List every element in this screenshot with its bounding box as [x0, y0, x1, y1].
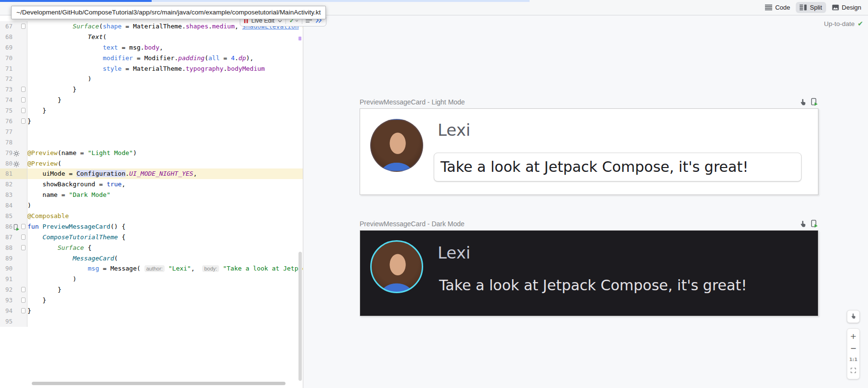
code-line[interactable]: 88 Surface { — [0, 243, 303, 253]
code-lines-icon — [765, 4, 772, 11]
line-number: 73 — [0, 84, 13, 95]
code-line[interactable]: 90 msg = Message( author: "Lexi", body: … — [0, 263, 303, 274]
design-view-button[interactable]: Design — [828, 2, 865, 13]
zoom-out-button[interactable]: − — [847, 345, 859, 352]
message-bubble: Take a look at Jetpack Compose, it's gre… — [434, 153, 802, 181]
code-line[interactable]: 68 Text( — [0, 32, 303, 42]
code-line[interactable]: 93 } — [0, 295, 303, 306]
author-name: Lexi — [438, 120, 470, 140]
gutter: 80 — [0, 158, 27, 169]
code-text: } — [27, 105, 303, 116]
gutter: 72 — [0, 74, 27, 84]
gutter: 88 — [0, 243, 27, 253]
line-number: 69 — [0, 42, 13, 53]
gutter: 70 — [0, 53, 27, 64]
line-number: 87 — [0, 232, 13, 243]
run-preview-icon[interactable] — [810, 220, 818, 228]
code-line[interactable]: 79@Preview(name = "Light Mode") — [0, 148, 303, 158]
line-number: 75 — [0, 105, 13, 116]
split-icon — [800, 4, 807, 11]
compose-preview-pane: Up-to-date ✔ PreviewMessageCard - Light … — [303, 15, 868, 388]
file-path-tooltip: ~/Development/GitHub/ComposeTutorial3/ap… — [11, 6, 326, 19]
code-line[interactable]: 80@Preview( — [0, 158, 303, 169]
gear-icon[interactable] — [13, 160, 20, 167]
code-line[interactable]: 84) — [0, 200, 303, 211]
line-number: 70 — [0, 53, 13, 64]
code-line[interactable]: 85@Composable — [0, 211, 303, 221]
fold-marker[interactable] — [21, 224, 26, 229]
interactive-preview-icon[interactable] — [799, 98, 807, 106]
code-line[interactable]: 75 } — [0, 105, 303, 116]
fit-screen-button[interactable] — [847, 366, 859, 375]
gutter: 68 — [0, 32, 27, 42]
avatar — [370, 240, 423, 293]
message-card-light: Lexi Take a look at Jetpack Compose, it'… — [360, 108, 818, 195]
code-text — [27, 137, 303, 148]
code-text: ) — [27, 200, 303, 211]
preview-header: PreviewMessageCard - Light Mode — [360, 98, 818, 108]
code-line[interactable]: 77 — [0, 127, 303, 137]
code-line[interactable]: 70 modifier = Modifier.padding(all = 4.d… — [0, 53, 303, 64]
editor-horizontal-scrollbar[interactable] — [32, 382, 285, 385]
code-line[interactable]: 78 — [0, 137, 303, 148]
code-line[interactable]: 74 } — [0, 95, 303, 105]
fold-marker[interactable] — [21, 245, 26, 250]
code-line[interactable]: 69 text = msg.body, — [0, 42, 303, 53]
code-text: } — [27, 285, 303, 295]
code-text: ComposeTutorialTheme { — [27, 232, 303, 243]
fold-marker[interactable] — [21, 108, 26, 113]
code-line[interactable]: 72 ) — [0, 74, 303, 84]
code-line[interactable]: 71 style = MaterialTheme.typography.body… — [0, 64, 303, 74]
code-text: ) — [27, 274, 303, 285]
code-editor[interactable]: 67 Surface(shape = MaterialTheme.shapes.… — [0, 15, 303, 388]
view-switcher: Code Split Design — [761, 2, 865, 13]
line-number: 85 — [0, 211, 13, 221]
code-line[interactable]: 94} — [0, 306, 303, 316]
gear-icon[interactable] — [13, 150, 20, 156]
line-number: 81 — [0, 168, 13, 179]
run-preview-gutter-icon[interactable] — [13, 223, 20, 230]
editor-vertical-scrollbar[interactable] — [298, 252, 302, 381]
zoom-in-button[interactable]: + — [847, 333, 859, 340]
design-view-label: Design — [842, 4, 861, 11]
pan-tool-button[interactable] — [847, 310, 860, 323]
code-line[interactable]: 95 — [0, 316, 303, 327]
code-line[interactable]: 87 ComposeTutorialTheme { — [0, 232, 303, 243]
code-text: } — [27, 306, 303, 316]
code-text: fun PreviewMessageCard() { — [27, 221, 303, 232]
line-number: 92 — [0, 285, 13, 295]
code-text: uiMode = Configuration.UI_MODE_NIGHT_YES… — [27, 168, 303, 179]
line-number: 93 — [0, 295, 13, 306]
split-view-button[interactable]: Split — [796, 2, 826, 13]
code-line[interactable]: 73 } — [0, 84, 303, 95]
code-line[interactable]: 92 } — [0, 285, 303, 295]
fold-marker[interactable] — [21, 24, 26, 29]
code-view-button[interactable]: Code — [761, 2, 794, 13]
fold-marker[interactable] — [21, 287, 26, 292]
code-text: } — [27, 95, 303, 105]
code-line[interactable]: 89 MessageCard( — [0, 253, 303, 264]
code-line[interactable]: 81 uiMode = Configuration.UI_MODE_NIGHT_… — [0, 168, 303, 179]
code-line[interactable]: 86fun PreviewMessageCard() { — [0, 221, 303, 232]
gutter: 81 — [0, 168, 27, 179]
interactive-preview-icon[interactable] — [799, 220, 807, 228]
code-text: style = MaterialTheme.typography.bodyMed… — [27, 64, 303, 74]
run-preview-icon[interactable] — [810, 98, 818, 106]
code-text: } — [27, 84, 303, 95]
fold-marker[interactable] — [21, 87, 26, 92]
fold-marker[interactable] — [21, 118, 26, 124]
line-number: 94 — [0, 306, 13, 316]
zoom-controls: + − 1:1 — [847, 328, 860, 379]
gutter: 84 — [0, 200, 27, 211]
fold-marker[interactable] — [21, 297, 26, 303]
code-line[interactable]: 83 name = "Dark Mode" — [0, 190, 303, 200]
actual-size-button[interactable]: 1:1 — [847, 357, 859, 362]
code-line[interactable]: 91 ) — [0, 274, 303, 285]
line-number: 76 — [0, 116, 13, 127]
code-line[interactable]: 82 showBackground = true, — [0, 179, 303, 190]
code-text: Surface { — [27, 243, 303, 253]
fold-marker[interactable] — [21, 234, 26, 240]
fold-marker[interactable] — [21, 308, 26, 313]
fold-marker[interactable] — [21, 97, 26, 103]
code-line[interactable]: 76} — [0, 116, 303, 127]
